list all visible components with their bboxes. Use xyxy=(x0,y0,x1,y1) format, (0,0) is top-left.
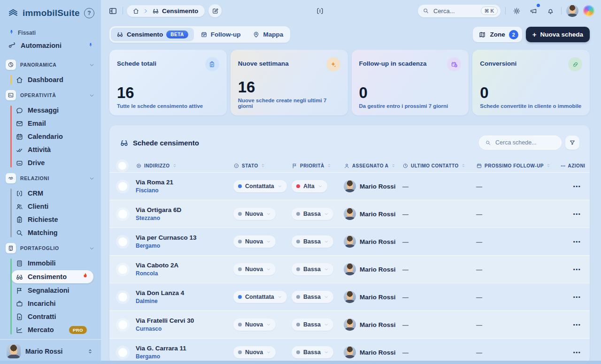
sidebar-item-clienti[interactable]: Clienti xyxy=(15,200,94,213)
status-select[interactable]: Nuova xyxy=(233,208,276,220)
sidebar-item-drive[interactable]: Drive xyxy=(15,156,94,169)
column-prossimo-follow-up[interactable]: PROSSIMO FOLLOW-UP xyxy=(476,163,561,169)
next-followup: — xyxy=(476,349,561,356)
row-checkbox[interactable] xyxy=(118,265,127,274)
priority-dot xyxy=(296,240,300,243)
last-contact: — xyxy=(402,183,476,190)
row-address: Via G. Carrara 11 xyxy=(136,345,233,352)
column-ultimo-contatto[interactable]: ULTIMO CONTATTO xyxy=(402,163,476,169)
global-search[interactable]: ⌘ K xyxy=(418,5,501,17)
split-panel-icon[interactable] xyxy=(314,5,326,17)
row-checkbox[interactable] xyxy=(118,293,127,302)
bell-icon[interactable] xyxy=(544,5,556,17)
compose-icon[interactable] xyxy=(208,4,222,17)
calendar-icon xyxy=(200,31,208,38)
table-search-input[interactable] xyxy=(494,139,553,146)
sidebar-item-segnalazioni[interactable]: Segnalazioni xyxy=(15,284,94,297)
sidebar-item-email[interactable]: Email xyxy=(15,117,94,130)
section-portafoglio[interactable]: PORTAFOGLIO xyxy=(0,241,101,256)
column-priorita[interactable]: PRIORITÀ xyxy=(292,163,344,169)
priority-select[interactable]: Bassa xyxy=(292,291,333,303)
row-actions-icon[interactable]: ⋯ xyxy=(561,237,590,246)
status-select[interactable]: Nuova xyxy=(233,235,276,248)
pin-icon[interactable] xyxy=(88,42,93,49)
sidebar-item-richieste[interactable]: Richieste xyxy=(15,213,94,226)
sidebar-item-mercato[interactable]: Mercato PRO xyxy=(15,323,94,336)
row-actions-icon[interactable]: ⋯ xyxy=(561,293,590,302)
priority-select[interactable]: Bassa xyxy=(292,346,333,358)
table-row[interactable]: Via G. Carrara 11Bergamo Nuova Bassa Mar… xyxy=(109,338,590,364)
sidebar-item-incarichi[interactable]: Incarichi xyxy=(15,297,94,310)
table-row[interactable]: Via Roma 21Fisciano Contattata Alta Mari… xyxy=(109,172,590,200)
filter-icon[interactable] xyxy=(565,136,579,150)
column-stato[interactable]: STATO xyxy=(233,163,292,169)
table-search[interactable] xyxy=(479,136,562,150)
breadcrumb[interactable]: Censimento xyxy=(127,5,205,17)
theme-sun-icon[interactable] xyxy=(510,5,523,17)
briefcase-icon xyxy=(15,300,23,308)
table-row[interactable]: Via Ortigara 6DStezzano Nuova Bassa Mari… xyxy=(109,200,590,228)
envelope-icon xyxy=(15,120,23,128)
breadcrumb-current: Censimento xyxy=(152,8,198,15)
priority-select[interactable]: Bassa xyxy=(292,263,333,275)
sidebar-item-calendario[interactable]: Calendario xyxy=(15,130,94,143)
clock-icon xyxy=(402,163,408,169)
announcements-icon[interactable] xyxy=(527,5,539,17)
row-actions-icon[interactable]: ⋯ xyxy=(561,210,590,219)
column-indirizzo[interactable]: INDIRIZZO xyxy=(136,163,233,169)
column-assegnato[interactable]: ASSEGNATO A xyxy=(344,163,402,169)
sidebar-item-contratti[interactable]: Contratti xyxy=(15,310,94,323)
collapse-sidebar-icon[interactable] xyxy=(107,5,119,17)
sidebar-item-messaggi[interactable]: Messaggi xyxy=(15,104,94,117)
help-icon[interactable]: ? xyxy=(84,8,94,18)
tab-follow-up[interactable]: Follow-up xyxy=(195,28,247,41)
theme-color-icon[interactable] xyxy=(583,5,594,16)
sidebar-item-automazioni[interactable]: Automazioni xyxy=(0,38,101,51)
sidebar-item-immobili[interactable]: Immobili xyxy=(15,257,94,270)
status-select[interactable]: Nuova xyxy=(233,263,276,275)
row-actions-icon[interactable]: ⋯ xyxy=(561,320,590,329)
avatar[interactable] xyxy=(566,5,578,17)
divider xyxy=(561,7,562,15)
tab-censimento[interactable]: Censimento BETA xyxy=(111,28,194,41)
section-operativita[interactable]: OPERATIVITÀ xyxy=(0,88,101,103)
row-checkbox[interactable] xyxy=(118,348,127,357)
row-actions-icon[interactable]: ⋯ xyxy=(561,182,590,191)
row-checkbox[interactable] xyxy=(118,237,127,246)
row-actions-icon[interactable]: ⋯ xyxy=(561,265,590,274)
sidebar-item-matching[interactable]: Matching xyxy=(15,226,94,239)
status-select[interactable]: Nuova xyxy=(233,346,276,358)
calendar-icon xyxy=(476,163,482,169)
status-select[interactable]: Contattata xyxy=(233,180,287,192)
priority-select[interactable]: Alta xyxy=(292,180,327,192)
section-panoramica[interactable]: PANORAMICA xyxy=(0,57,101,72)
chevron-down-icon xyxy=(266,350,271,355)
priority-select[interactable]: Bassa xyxy=(292,208,333,220)
stat-value: 16 xyxy=(117,85,219,100)
status-select[interactable]: Contattata xyxy=(233,291,287,303)
row-checkbox[interactable] xyxy=(118,320,127,329)
priority-select[interactable]: Bassa xyxy=(292,318,333,331)
zone-button[interactable]: Zone 2 xyxy=(473,27,522,42)
status-select[interactable]: Nuova xyxy=(233,318,276,331)
sidebar-item-attivita[interactable]: Attività xyxy=(15,143,94,156)
table-row[interactable]: Via Don Lanza 4Dalmine Contattata Bassa … xyxy=(109,283,590,311)
row-address: Via Ortigara 6D xyxy=(136,206,233,213)
priority-select[interactable]: Bassa xyxy=(292,235,333,248)
table-row[interactable]: Via Fratelli Cervi 30Curnasco Nuova Bass… xyxy=(109,311,590,338)
row-actions-icon[interactable]: ⋯ xyxy=(561,348,590,357)
new-card-button[interactable]: + Nuova scheda xyxy=(526,27,590,42)
select-all-checkbox[interactable] xyxy=(118,162,126,170)
tab-mappa[interactable]: Mappa xyxy=(247,28,289,41)
search-input[interactable] xyxy=(432,7,471,15)
row-checkbox[interactable] xyxy=(118,182,127,191)
sidebar-item-crm[interactable]: CRM xyxy=(15,187,94,200)
table-row[interactable]: Via Caboto 2ARoncola Nuova Bassa Mario R… xyxy=(109,255,590,283)
sidebar-item-censimento[interactable]: Censimento xyxy=(11,270,93,283)
row-checkbox[interactable] xyxy=(118,210,127,219)
section-relazioni[interactable]: RELAZIONI xyxy=(0,171,101,186)
section-accent-line xyxy=(10,258,12,334)
home-icon[interactable] xyxy=(132,8,139,15)
table-row[interactable]: Via per Curnasco 13Bergamo Nuova Bassa M… xyxy=(109,228,590,255)
sidebar-item-dashboard[interactable]: Dashboard xyxy=(15,73,94,86)
